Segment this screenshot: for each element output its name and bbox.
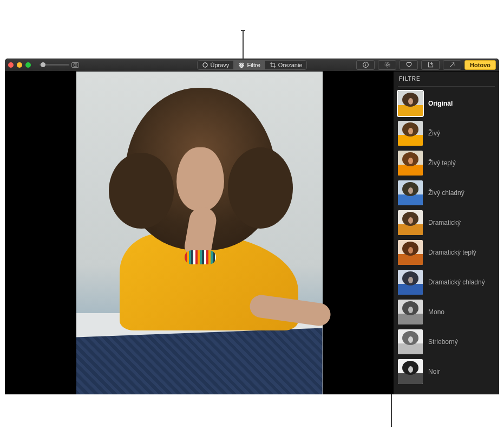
- filter-label: Dramatický teplý: [428, 249, 476, 256]
- close-window-button[interactable]: [8, 62, 14, 68]
- filter-thumbnail: [398, 300, 423, 324]
- svg-point-1: [75, 64, 76, 65]
- photo-canvas[interactable]: [5, 72, 394, 394]
- tab-adjust[interactable]: Úpravy: [198, 61, 234, 69]
- done-button[interactable]: Hotovo: [464, 60, 496, 70]
- tab-filters-label: Filtre: [247, 62, 260, 68]
- photo-preview: [76, 72, 323, 394]
- filter-label: Živý teplý: [428, 159, 456, 167]
- filter-thumbnail: [398, 270, 423, 295]
- annotation-pointer-top: [243, 30, 244, 59]
- info-button[interactable]: [356, 60, 375, 70]
- zoom-slider[interactable]: [40, 62, 79, 68]
- filter-thumbnail: [398, 329, 423, 354]
- crop-icon: [270, 62, 276, 68]
- rotate-icon: [427, 61, 434, 68]
- filter-label: Živý chladný: [428, 189, 464, 197]
- filter-label: Dramatický: [428, 219, 461, 226]
- filter-item[interactable]: Dramatický: [398, 210, 495, 235]
- fullscreen-window-button[interactable]: [25, 62, 31, 68]
- filter-label: Mono: [428, 308, 444, 316]
- filter-item[interactable]: Strieborný: [398, 329, 495, 354]
- edit-mode-segmented-control: Úpravy Filtre Orezanie: [197, 60, 307, 70]
- filter-thumbnail: [398, 210, 423, 235]
- filter-label: Noir: [428, 368, 440, 375]
- adjust-icon: [202, 62, 208, 68]
- tab-crop-label: Orezanie: [278, 62, 303, 68]
- photos-edit-window: Úpravy Filtre Orezanie: [5, 59, 499, 394]
- magic-wand-icon: [449, 61, 456, 68]
- filter-item[interactable]: Noir: [398, 359, 495, 384]
- heart-icon: [405, 61, 413, 68]
- filter-thumbnail: [398, 359, 423, 384]
- filter-list: OriginálŽivýŽivý teplýŽivý chladnýDramat…: [398, 91, 495, 384]
- filter-thumbnail: [398, 180, 423, 205]
- filter-item[interactable]: Živý teplý: [398, 151, 495, 176]
- svg-point-8: [385, 62, 390, 67]
- filter-item[interactable]: Mono: [398, 300, 495, 324]
- filters-sidebar: FILTRE OriginálŽivýŽivý teplýŽivý chladn…: [394, 72, 499, 394]
- filter-label: Strieborný: [428, 338, 458, 346]
- zoom-thumbnail-icon: [71, 62, 79, 68]
- rotate-button[interactable]: [421, 60, 440, 70]
- filter-item[interactable]: Dramatický chladný: [398, 270, 495, 295]
- toolbar-right: Hotovo: [356, 60, 496, 70]
- tab-filters[interactable]: Filtre: [234, 61, 265, 69]
- filters-icon: [238, 62, 245, 68]
- sidebar-title: FILTRE: [399, 76, 495, 82]
- filter-thumbnail: [398, 121, 423, 146]
- done-button-label: Hotovo: [470, 62, 490, 68]
- live-photo-button[interactable]: [378, 60, 396, 70]
- filter-item[interactable]: Dramatický teplý: [398, 240, 495, 265]
- toolbar: Úpravy Filtre Orezanie: [5, 59, 499, 72]
- minimize-window-button[interactable]: [17, 62, 22, 68]
- window-controls: [8, 62, 31, 68]
- filter-label: Originál: [428, 100, 453, 107]
- sidebar-divider: [398, 86, 495, 87]
- info-icon: [362, 61, 369, 68]
- filter-thumbnail: [398, 240, 423, 265]
- filter-thumbnail: [398, 91, 423, 116]
- svg-point-7: [386, 64, 388, 66]
- filter-label: Živý: [428, 129, 440, 137]
- filter-label: Dramatický chladný: [428, 278, 485, 286]
- live-photo-icon: [384, 61, 391, 68]
- tab-adjust-label: Úpravy: [211, 62, 230, 68]
- auto-enhance-button[interactable]: [443, 60, 461, 70]
- favorite-button[interactable]: [400, 60, 418, 70]
- filter-item[interactable]: Živý: [398, 121, 495, 146]
- tab-crop[interactable]: Orezanie: [265, 61, 307, 69]
- filter-thumbnail: [398, 151, 423, 176]
- filter-item[interactable]: Originál: [398, 91, 495, 116]
- filter-item[interactable]: Živý chladný: [398, 180, 495, 205]
